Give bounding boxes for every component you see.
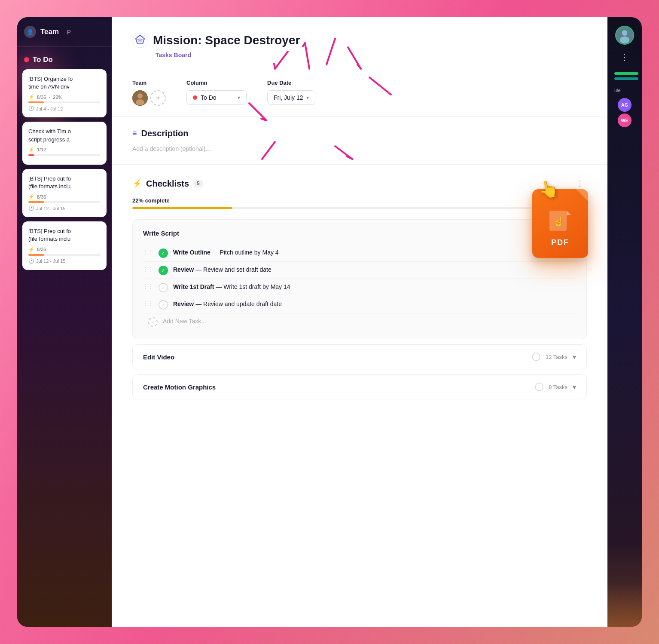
drag-handle-2: ⋮⋮ [143, 266, 153, 272]
schedule-label: ule [611, 88, 624, 93]
write-script-group: Write Script 4 Tasks › ⋮⋮ ✓ Write Outlin… [132, 219, 587, 339]
right-three-dots[interactable]: ⋮ [619, 50, 631, 64]
edit-video-progress-circle [532, 353, 540, 361]
task-card-3[interactable]: [BTS] Prep cut fo(file formats inclu ⚡ 8… [22, 169, 107, 217]
check-circle-1[interactable]: ✓ [159, 248, 168, 258]
task-card-1-clock: 🕐 [28, 106, 34, 111]
task-card-2-progress-bar [28, 154, 101, 156]
task-card-3-clock: 🕐 [28, 205, 34, 211]
task-card-4-title: [BTS] Prep cut fo(file formats inclu [28, 227, 101, 243]
add-member-button[interactable]: + [150, 90, 166, 106]
column-value: To Do [201, 94, 234, 101]
pdf-badge: 👆 ☝ PDF [532, 189, 588, 258]
left-sidebar: 👤 Team P To Do [BTS] Organize fotime on … [17, 17, 112, 627]
task-card-1-progress: 8/36 [37, 95, 46, 100]
task-card-1-percent: 22% [53, 95, 62, 100]
add-task-circle[interactable]: ✓ [148, 317, 158, 327]
chevron-down-icon: ▾ [238, 95, 240, 101]
progress-strip-teal [614, 77, 638, 80]
app-logo [132, 33, 148, 48]
board-link[interactable]: Tasks Board [156, 52, 191, 58]
modal-meta: Team + Column [112, 69, 607, 117]
task-card-3-title: [BTS] Prep cut fo(file formats inclu [28, 175, 101, 190]
motion-graphics-title: Create Motion Graphics [143, 383, 216, 391]
write-script-title: Write Script [143, 230, 179, 237]
modal-header: Mission: Space Destroyer Tasks Board [112, 17, 607, 69]
modal-title: Mission: Space Destroyer [153, 34, 300, 47]
due-date-meta-label: Due Date [267, 80, 315, 86]
check-circle-3[interactable]: ✓ [159, 283, 168, 292]
task-card-3-progress: 8/36 [37, 194, 46, 199]
checklist-item-2-text: Review — Review and set draft date [173, 265, 576, 274]
pdf-document-icon: ☝ [549, 209, 571, 234]
checklists-icon: ⚡ [132, 179, 142, 188]
team-avatars: + [132, 90, 166, 106]
column-status-dot [193, 95, 197, 100]
checklist-item-4: ⋮⋮ ✓ Review — Review and update draft da… [143, 296, 576, 313]
task-card-1[interactable]: [BTS] Organize fotime on AVN driv ⚡ 8/36… [22, 69, 107, 117]
right-member-we: WE [618, 113, 632, 127]
task-card-4-progress: 8/36 [37, 247, 46, 252]
task-card-2-title: Check with Tim oscript progress a [28, 128, 101, 143]
svg-point-4 [136, 99, 144, 105]
motion-graphics-chevron-icon: ▾ [573, 383, 576, 391]
task-card-3-icon: ⚡ [28, 194, 34, 199]
edit-video-group[interactable]: Edit Video 12 Tasks ▾ [132, 344, 587, 369]
pdf-cursor-icon: 👆 [537, 178, 560, 200]
task-card-1-date: Jul 4 - Jul 12 [36, 106, 63, 111]
edit-video-chevron-icon: ▾ [573, 353, 576, 361]
pdf-label: PDF [551, 238, 569, 247]
right-sidebar: ⋮ ule AG WE [607, 17, 642, 627]
team-avatar-icon: 👤 [24, 26, 36, 38]
task-card-1-icon: ⚡ [28, 94, 34, 100]
member-avatar [132, 90, 148, 106]
add-task-item: ✓ Add New Task... [143, 313, 576, 330]
task-card-2-progress: 1/12 [37, 147, 46, 152]
column-select[interactable]: To Do ▾ [186, 90, 247, 105]
motion-graphics-tasks-count: 8 Tasks [549, 384, 567, 390]
svg-marker-10 [567, 211, 571, 215]
drag-handle-3: ⋮⋮ [143, 283, 153, 289]
due-date-group: Due Date Fri, July 12 ▾ [267, 80, 315, 106]
description-section: ≡ Description Add a description (optiona… [112, 117, 607, 165]
checklist-item-4-text: Review — Review and update draft date [173, 300, 576, 309]
checklist-item-1: ⋮⋮ ✓ Write Outline — Pitch outline by Ma… [143, 245, 576, 262]
task-card-4-date: Jul 12 - Jul 15 [36, 258, 65, 264]
todo-dot [24, 57, 29, 62]
checklists-count-badge: 5 [193, 180, 203, 187]
add-task-label[interactable]: Add New Task... [163, 317, 576, 326]
task-card-3-date: Jul 12 - Jul 15 [36, 206, 65, 211]
due-date-select[interactable]: Fri, July 12 ▾ [267, 90, 315, 105]
checklist-item-3: ⋮⋮ ✓ Write 1st Draft — Write 1st draft b… [143, 279, 576, 296]
check-circle-4[interactable]: ✓ [159, 300, 168, 310]
due-date-value: Fri, July 12 [274, 94, 303, 101]
description-input[interactable]: Add a description (optional)... [132, 145, 587, 152]
edit-video-tasks-count: 12 Tasks [546, 354, 567, 360]
description-icon: ≡ [132, 129, 137, 138]
task-card-4-clock: 🕐 [28, 258, 34, 264]
progress-strip-green [614, 72, 638, 75]
modal-panel: Mission: Space Destroyer Tasks Board Tea… [112, 17, 607, 627]
task-card-1-title: [BTS] Organize fotime on AVN driv [28, 75, 101, 91]
nav-item-label: P [67, 28, 71, 36]
motion-graphics-progress-circle [535, 383, 543, 391]
column-meta-label: Column [186, 80, 247, 86]
right-member-ag: AG [618, 98, 632, 112]
task-card-2[interactable]: Check with Tim oscript progress a ⚡ 1/12 [22, 122, 107, 164]
motion-graphics-group[interactable]: Create Motion Graphics 8 Tasks ▾ [132, 374, 587, 399]
task-card-4[interactable]: [BTS] Prep cut fo(file formats inclu ⚡ 8… [22, 221, 107, 270]
checklists-label: Checklists [146, 179, 189, 189]
column-group: Column To Do ▾ [186, 80, 247, 106]
progress-text: 22% complete [132, 197, 170, 204]
checklist-item-2: ⋮⋮ ✓ Review — Review and set draft date [143, 262, 576, 279]
check-circle-2[interactable]: ✓ [159, 266, 168, 275]
task-card-2-icon: ⚡ [28, 147, 34, 153]
task-card-3-progress-bar [28, 201, 101, 203]
task-card-4-icon: ⚡ [28, 247, 34, 252]
checklists-more-button[interactable]: ⋮ [573, 177, 587, 190]
checklist-item-1-text: Write Outline — Pitch outline by May 4 [173, 248, 576, 257]
team-group: Team + [132, 80, 166, 106]
team-label: Team [40, 28, 59, 36]
task-card-4-progress-bar [28, 254, 101, 256]
main-progress-fill [132, 207, 232, 209]
